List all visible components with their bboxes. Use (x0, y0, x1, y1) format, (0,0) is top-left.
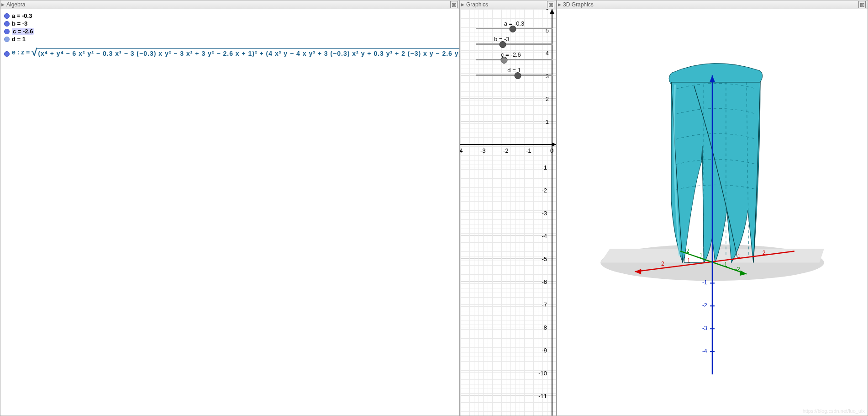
algebra-item-b[interactable]: b = -3 (3, 20, 457, 27)
panel-title: 3D Graphics (563, 1, 858, 8)
slider-thumb[interactable] (501, 57, 508, 64)
slider-d[interactable]: d = 1 (476, 67, 552, 76)
equation-text: e : z = √ (x⁴ + y⁴ − 6 x² y² − 0.3 x³ − … (12, 48, 459, 58)
slider-label: d = 1 (476, 67, 552, 74)
watermark: https://blog.csdn.net/luo_uix (803, 408, 865, 414)
var-label: c = -2.6 (12, 28, 34, 35)
y-tick: -10 (535, 370, 547, 377)
sqrt-icon: √ (x⁴ + y⁴ − 6 x² y² − 0.3 x³ − 3 (−0.3)… (32, 48, 459, 58)
graphics-header[interactable]: ▶ Graphics ⊠ (460, 0, 556, 9)
algebra-header[interactable]: ▶ Algebra ⊠ (0, 0, 459, 9)
slider-c[interactable]: c = -2.6 (476, 51, 552, 60)
visibility-dot-icon[interactable] (4, 21, 10, 27)
slider-track[interactable] (476, 75, 552, 76)
visibility-dot-icon[interactable] (4, 37, 10, 42)
panel-title: Algebra (6, 1, 450, 8)
y-tick: -8 (538, 324, 547, 331)
slider-track[interactable] (476, 28, 552, 29)
x-tick-label: 1 (687, 257, 690, 264)
x-tick: 0 (550, 147, 553, 154)
y-tick: -2 (538, 187, 547, 194)
x-tick-label: 2 (661, 261, 664, 267)
3d-canvas[interactable]: 2 1 1 2 2 1 -1 -2 (557, 9, 868, 416)
3d-scene: 2 1 1 2 2 1 -1 -2 (557, 9, 868, 416)
y-tick: -6 (538, 278, 547, 285)
slider-thumb[interactable] (515, 72, 521, 79)
algebra-item-e[interactable]: e : z = √ (x⁴ + y⁴ − 6 x² y² − 0.3 x³ − … (3, 48, 457, 58)
surface-3d (669, 64, 763, 263)
algebra-body: a = -0.3 b = -3 c = -2.6 d = 1 e : z = √ (0, 9, 459, 416)
x-tick: -2 (503, 147, 509, 154)
collapse-icon: ▶ (461, 2, 464, 7)
var-label: d = 1 (12, 36, 26, 43)
equation-lhs: e : z = (12, 48, 30, 56)
arrow-right-icon (552, 142, 556, 147)
collapse-icon: ▶ (1, 2, 5, 7)
x-tick: -1 (526, 147, 531, 154)
y-tick: -5 (538, 256, 547, 262)
y-tick: 2 (540, 96, 549, 102)
y-tick: -7 (538, 301, 547, 308)
radical-icon: √ (32, 48, 37, 58)
x-tick: -3 (480, 147, 486, 154)
slider-track[interactable] (476, 43, 552, 45)
slider-a[interactable]: a = -0.3 (476, 20, 552, 29)
collapse-icon: ▶ (558, 2, 561, 7)
algebra-item-c[interactable]: c = -2.6 (3, 27, 457, 35)
y-tick-label: -1 (722, 261, 727, 268)
z-tick-label: -1 (702, 279, 707, 286)
y-tick-label: 2 (686, 248, 689, 254)
z-tick-label: -2 (702, 302, 707, 309)
y-tick-label: 1 (700, 252, 703, 259)
y-tick: -1 (538, 164, 547, 171)
slider-thumb[interactable] (510, 26, 516, 32)
slider-thumb[interactable] (499, 41, 506, 48)
3d-graphics-panel: ▶ 3D Graphics ⊠ (557, 0, 868, 416)
var-label: b = -3 (12, 20, 27, 27)
algebra-item-d[interactable]: d = 1 (3, 35, 457, 43)
var-label: a = -0.3 (12, 12, 32, 19)
slider-track[interactable] (476, 59, 552, 60)
y-tick: 1 (540, 118, 549, 125)
x-tick-label: 1 (737, 253, 741, 259)
graphics-canvas[interactable]: 6 5 4 3 2 1 -1 -2 -3 -4 -5 -6 -7 -8 -9 -… (460, 9, 556, 416)
y-tick: -9 (538, 347, 547, 354)
z-tick-label: -4 (702, 348, 707, 354)
app-root: ▶ Algebra ⊠ a = -0.3 b = -3 c = -2.6 d =… (0, 0, 868, 416)
panel-title: Graphics (466, 1, 547, 8)
y-tick-label: -2 (735, 266, 740, 272)
algebra-item-a[interactable]: a = -0.3 (3, 12, 457, 20)
visibility-dot-icon[interactable] (4, 13, 10, 19)
algebra-panel: ▶ Algebra ⊠ a = -0.3 b = -3 c = -2.6 d =… (0, 0, 460, 416)
z-tick-label: -3 (702, 325, 707, 331)
x-tick: -4 (460, 147, 463, 154)
equation-body: (x⁴ + y⁴ − 6 x² y² − 0.3 x³ − 3 (−0.3) x… (37, 48, 459, 58)
3d-graphics-header[interactable]: ▶ 3D Graphics ⊠ (557, 0, 868, 9)
x-tick-label: 2 (763, 250, 766, 256)
x-axis (460, 144, 556, 145)
y-tick: -4 (538, 233, 547, 240)
visibility-dot-icon[interactable] (4, 51, 10, 57)
slider-b[interactable]: b = -3 (476, 36, 552, 45)
close-icon[interactable]: ⊠ (450, 1, 458, 8)
arrow-up-icon (550, 9, 554, 14)
y-tick: -3 (538, 210, 547, 217)
close-icon[interactable]: ⊠ (858, 1, 866, 8)
y-tick: 6 (540, 9, 549, 11)
slider-label: c = -2.6 (501, 51, 552, 58)
visibility-dot-icon[interactable] (4, 29, 10, 34)
y-tick: -11 (535, 393, 547, 400)
graphics-panel: ▶ Graphics ⊠ 6 5 4 3 2 1 -1 -2 -3 -4 -5 … (460, 0, 557, 416)
close-icon[interactable]: ⊠ (547, 1, 554, 8)
